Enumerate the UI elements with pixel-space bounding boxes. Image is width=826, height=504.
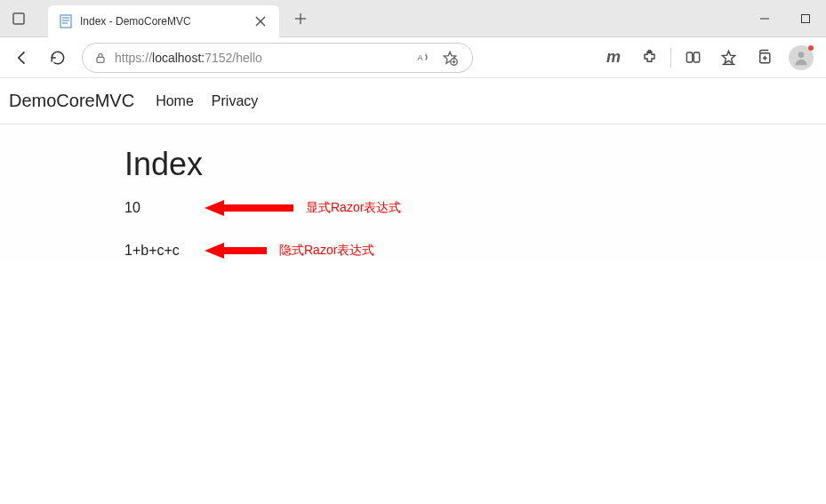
refresh-button[interactable]	[41, 41, 75, 75]
read-aloud-icon[interactable]: A》	[410, 44, 437, 71]
browser-tab[interactable]: Index - DemoCoreMVC	[48, 5, 279, 37]
new-tab-button[interactable]	[286, 4, 315, 33]
toolbar-separator	[670, 48, 671, 68]
address-bar[interactable]: https://localhost:7152/hello A》	[82, 43, 473, 73]
url-scheme: https://	[115, 51, 152, 65]
svg-rect-20	[694, 52, 699, 62]
url-text: https://localhost:7152/hello	[115, 51, 410, 65]
back-button[interactable]	[5, 41, 39, 75]
window-controls	[744, 0, 826, 37]
window-minimize-button[interactable]	[744, 0, 785, 37]
tab-actions-button[interactable]	[0, 0, 37, 37]
tab-title: Index - DemoCoreMVC	[80, 15, 253, 28]
tab-strip: Index - DemoCoreMVC	[48, 0, 315, 36]
svg-marker-27	[204, 200, 293, 216]
annotation-arrow-2	[204, 240, 267, 261]
toolbar-right: m	[596, 40, 821, 76]
svg-text:A: A	[417, 53, 423, 62]
annotation-text-1: 显式Razor表达式	[306, 200, 401, 216]
output-value-2: 1+b+c+c	[124, 243, 204, 259]
page-content: Index 10 显式Razor表达式 1+b+c+c 隐式Razor表达式	[0, 124, 826, 261]
annotation-arrow-1	[204, 197, 293, 219]
svg-rect-10	[802, 15, 810, 23]
svg-point-26	[798, 52, 805, 58]
svg-marker-21	[722, 51, 734, 63]
svg-rect-19	[686, 52, 692, 62]
collections-icon[interactable]	[746, 40, 782, 76]
svg-rect-0	[13, 13, 24, 24]
tab-favicon-icon	[59, 14, 73, 28]
browser-toolbar: https://localhost:7152/hello A》 m	[0, 37, 826, 78]
svg-text:》: 》	[424, 52, 429, 57]
svg-marker-28	[204, 243, 267, 259]
favorites-icon[interactable]	[710, 40, 746, 76]
url-path: 7152/hello	[204, 51, 262, 65]
split-screen-icon[interactable]	[675, 40, 710, 76]
site-info-icon[interactable]	[92, 51, 109, 65]
svg-rect-11	[97, 57, 104, 62]
tab-close-button[interactable]	[253, 13, 269, 29]
value-row-2: 1+b+c+c 隐式Razor表达式	[124, 240, 826, 261]
notification-dot-icon	[808, 45, 814, 51]
svg-rect-1	[60, 15, 71, 28]
site-navbar: DemoCoreMVC Home Privacy	[0, 78, 826, 124]
window-maximize-button[interactable]	[785, 0, 826, 37]
nav-link-home[interactable]: Home	[156, 93, 194, 109]
favorite-star-icon[interactable]	[437, 44, 463, 71]
url-host: localhost:	[152, 51, 204, 65]
m-extension-icon[interactable]: m	[596, 40, 631, 76]
browser-title-bar: Index - DemoCoreMVC	[0, 0, 826, 37]
extensions-icon[interactable]	[631, 40, 667, 76]
output-value-1: 10	[124, 200, 204, 216]
site-brand[interactable]: DemoCoreMVC	[9, 91, 134, 111]
value-row-1: 10 显式Razor表达式	[124, 197, 826, 219]
profile-avatar[interactable]	[789, 45, 814, 70]
annotation-text-2: 隐式Razor表达式	[279, 243, 374, 259]
page-heading: Index	[124, 146, 826, 183]
nav-link-privacy[interactable]: Privacy	[212, 93, 258, 109]
